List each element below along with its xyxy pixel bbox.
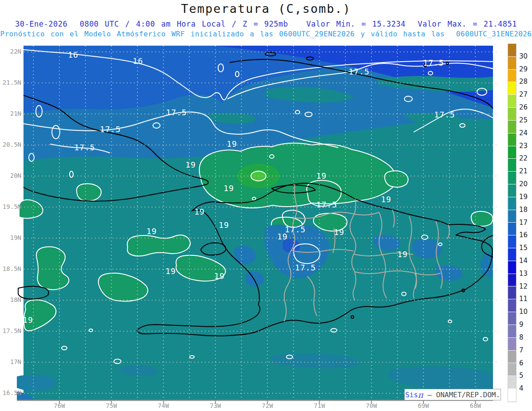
colorbar-tick-label: 9 xyxy=(519,321,532,329)
lon-tick-label: 69W xyxy=(413,402,434,409)
colorbar-tick-label: 15 xyxy=(519,244,532,252)
lon-tick-label: 72W xyxy=(257,402,278,409)
colorbar-tick-label: 13 xyxy=(519,270,532,278)
colorbar-segment xyxy=(508,184,516,197)
colorbar-tick-label: 17 xyxy=(519,219,532,227)
contour-value-label: 17.5 xyxy=(423,58,444,67)
lat-tick-label: 17.5N xyxy=(0,327,21,334)
contour-value-label: 19 xyxy=(381,195,391,204)
colorbar-segment xyxy=(508,325,516,338)
lon-tick-label: 70W xyxy=(361,402,382,409)
colorbar-segment xyxy=(508,108,516,121)
lat-tick-label: 19.5N xyxy=(0,203,21,210)
lat-tick-label: 18N xyxy=(0,296,21,303)
colorbar-tick-label: 6 xyxy=(519,359,532,367)
colorbar-segment xyxy=(508,210,516,223)
contour-value-label: 17.5 xyxy=(295,263,316,272)
contour-value-label: 17.5 xyxy=(285,225,305,234)
colorbar-segment xyxy=(508,146,516,159)
colorbar-segment xyxy=(508,95,516,108)
contour-value-label: 19 xyxy=(227,139,237,149)
contour-value-label: 17.5 xyxy=(100,125,121,134)
temperature-colorbar xyxy=(508,43,516,402)
colorbar-tick-label: 4 xyxy=(519,384,532,392)
weather-forecast-page: Temperatura (C,somb.) 30-Ene-2026 0800 U… xyxy=(0,0,532,411)
colorbar-tick-label: 10 xyxy=(519,308,532,316)
model-init-line: Pronóstico con el Modelo Atmósferico WRF… xyxy=(0,30,532,38)
colorbar-segment xyxy=(508,299,516,312)
contour-value-label: 17.5 xyxy=(348,67,369,76)
colorbar-tick-label: 25 xyxy=(519,116,532,124)
contour-value-label: 19 xyxy=(214,271,225,281)
colorbar-tick-label: 12 xyxy=(519,282,532,290)
lat-tick-label: 16.5N xyxy=(0,389,21,396)
colorbar-tick-label: 7 xyxy=(519,346,532,354)
contour-value-label: 16 xyxy=(68,50,78,59)
colorbar-tick-label: 26 xyxy=(519,103,532,111)
colorbar-segment xyxy=(508,44,516,57)
contour-value-label: 19 xyxy=(146,227,157,236)
pi-symbol: π xyxy=(418,390,423,399)
colorbar-tick-label: 8 xyxy=(519,333,532,341)
colorbar-tick-label: 18 xyxy=(519,206,532,214)
lon-tick-label: 74W xyxy=(153,402,174,409)
colorbar-segment xyxy=(508,376,516,389)
colorbar-segment xyxy=(508,363,516,376)
lon-tick-label: 71W xyxy=(309,402,330,409)
colorbar-segment xyxy=(508,121,516,133)
colorbar-tick-label: 27 xyxy=(519,90,532,98)
colorbar-tick-label: 29 xyxy=(519,65,532,73)
colorbar-tick-label: 11 xyxy=(519,295,532,303)
lat-tick-label: 17N xyxy=(0,358,21,365)
colorbar-segment xyxy=(508,172,516,184)
colorbar-segment xyxy=(508,351,516,364)
contour-value-label: 17.5 xyxy=(166,108,187,117)
colorbar-tick-label: 16 xyxy=(519,231,532,239)
contour-value-label: 16 xyxy=(133,56,143,66)
colorbar-segment xyxy=(508,274,516,287)
colorbar-segment xyxy=(508,82,516,95)
lat-tick-label: 18.5N xyxy=(0,265,21,272)
lat-tick-label: 20.5N xyxy=(0,141,21,148)
colorbar-tick-label: 30 xyxy=(519,52,532,60)
contour-value-label: 19 xyxy=(194,207,205,216)
contour-value-label: 19 xyxy=(316,171,327,180)
colorbar-tick-label: 19 xyxy=(519,193,532,201)
colorbar-segment xyxy=(508,197,516,210)
contour-value-label: 19 xyxy=(334,227,344,237)
colorbar-tick-label: 21 xyxy=(519,167,532,175)
colorbar-segment xyxy=(508,248,516,261)
colorbar-tick-label: 14 xyxy=(519,257,532,265)
lon-tick-label: 76W xyxy=(49,402,70,409)
colorbar-tick-label: 22 xyxy=(519,154,532,162)
lat-tick-label: 21.5N xyxy=(0,79,21,86)
contour-value-label: 19 xyxy=(277,232,288,241)
colorbar-tick-label: 24 xyxy=(519,129,532,137)
colorbar-tick-label: 5 xyxy=(519,372,532,380)
colorbar-tick-label: 23 xyxy=(519,142,532,150)
colorbar-segment xyxy=(508,389,516,402)
contour-value-label: 19 xyxy=(219,220,229,230)
page-title: Temperatura (C,somb.) xyxy=(0,2,532,16)
onamet-credit: – ONAMET/REP.DOM. xyxy=(423,391,500,399)
colorbar-tick-label: 28 xyxy=(519,78,532,86)
lon-tick-label: 73W xyxy=(205,402,226,409)
contour-value-label: 19 xyxy=(223,184,234,193)
contour-value-label: 19 xyxy=(23,315,33,325)
lon-tick-label: 75W xyxy=(101,402,122,409)
colorbar-segment xyxy=(508,70,516,82)
sispi-onamet-badge: Sisπ – ONAMET/REP.DOM. xyxy=(404,389,501,400)
lat-tick-label: 22N xyxy=(0,48,21,55)
valid-time-line: 30-Ene-2026 0800 UTC / 4:00 am Hora Loca… xyxy=(0,20,532,28)
contour-value-label: 17.5 xyxy=(74,143,95,152)
contour-value-label: 19 xyxy=(185,160,196,169)
colorbar-segment xyxy=(508,133,516,146)
contour-value-label: 19 xyxy=(165,266,176,276)
colorbar-segment xyxy=(508,286,516,299)
forecast-map: 161617.517.517.517.517.517.517.517.517.5… xyxy=(23,46,493,400)
sispi-logo-text: Sis xyxy=(405,391,418,399)
colorbar-segment xyxy=(508,223,516,235)
contour-value-label: 17.5 xyxy=(434,110,455,119)
lon-tick-label: 68W xyxy=(465,402,486,409)
temperature-shaded-map xyxy=(23,46,493,400)
